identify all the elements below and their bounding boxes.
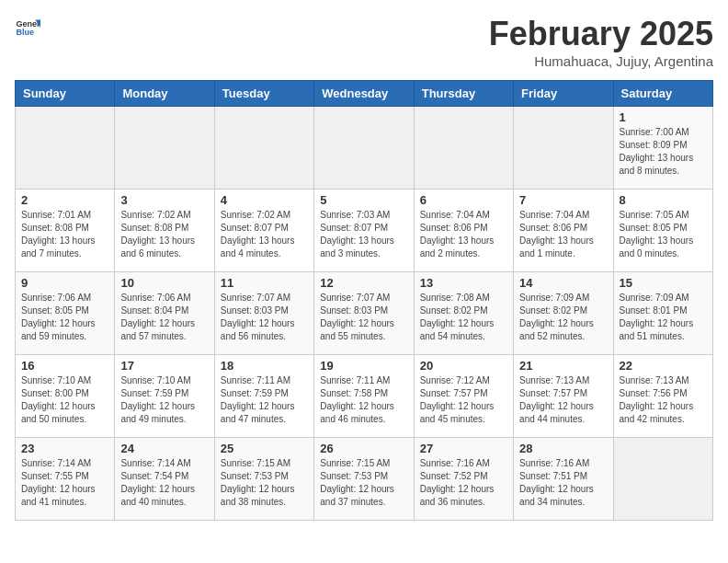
day-number: 5	[320, 193, 407, 207]
day-number: 17	[120, 359, 208, 373]
calendar-cell: 23Sunrise: 7:14 AMSunset: 7:55 PMDayligh…	[16, 438, 115, 521]
day-number: 9	[21, 276, 108, 290]
calendar-cell: 9Sunrise: 7:06 AMSunset: 8:05 PMDaylight…	[16, 272, 115, 355]
calendar-cell: 16Sunrise: 7:10 AMSunset: 8:00 PMDayligh…	[16, 355, 115, 438]
calendar-cell: 8Sunrise: 7:05 AMSunset: 8:05 PMDaylight…	[613, 190, 712, 272]
calendar-subtitle: Humahuaca, Jujuy, Argentina	[489, 53, 713, 69]
day-info: Sunrise: 7:09 AMSunset: 8:02 PMDaylight:…	[519, 292, 607, 343]
day-number: 14	[519, 276, 607, 290]
day-info: Sunrise: 7:06 AMSunset: 8:05 PMDaylight:…	[21, 292, 108, 343]
calendar-cell: 12Sunrise: 7:07 AMSunset: 8:03 PMDayligh…	[314, 272, 414, 355]
day-info: Sunrise: 7:04 AMSunset: 8:06 PMDaylight:…	[420, 209, 507, 260]
day-number: 4	[221, 193, 308, 207]
calendar-cell: 11Sunrise: 7:07 AMSunset: 8:03 PMDayligh…	[214, 272, 313, 355]
calendar-body: 1Sunrise: 7:00 AMSunset: 8:09 PMDaylight…	[16, 107, 713, 521]
calendar-cell: 7Sunrise: 7:04 AMSunset: 8:06 PMDaylight…	[514, 190, 613, 272]
day-number: 6	[420, 193, 507, 207]
day-number: 21	[519, 359, 607, 373]
calendar-cell: 4Sunrise: 7:02 AMSunset: 8:07 PMDaylight…	[214, 190, 313, 272]
calendar-cell: 2Sunrise: 7:01 AMSunset: 8:08 PMDaylight…	[16, 190, 115, 272]
logo-icon: General Blue	[15, 15, 40, 40]
calendar-cell: 25Sunrise: 7:15 AMSunset: 7:53 PMDayligh…	[214, 438, 313, 521]
calendar-cell: 1Sunrise: 7:00 AMSunset: 8:09 PMDaylight…	[613, 107, 712, 190]
calendar-table: SundayMondayTuesdayWednesdayThursdayFrid…	[15, 80, 713, 521]
day-info: Sunrise: 7:09 AMSunset: 8:01 PMDaylight:…	[620, 292, 707, 343]
day-info: Sunrise: 7:00 AMSunset: 8:09 PMDaylight:…	[620, 126, 707, 178]
day-number: 20	[420, 359, 507, 373]
day-number: 11	[221, 276, 308, 290]
day-number: 24	[120, 442, 208, 455]
week-row-2: 9Sunrise: 7:06 AMSunset: 8:05 PMDaylight…	[16, 272, 713, 355]
weekday-header-monday: Monday	[115, 81, 214, 107]
weekday-row: SundayMondayTuesdayWednesdayThursdayFrid…	[16, 81, 713, 107]
week-row-1: 2Sunrise: 7:01 AMSunset: 8:08 PMDaylight…	[16, 190, 713, 272]
calendar-cell: 3Sunrise: 7:02 AMSunset: 8:08 PMDaylight…	[115, 190, 214, 272]
calendar-cell: 27Sunrise: 7:16 AMSunset: 7:52 PMDayligh…	[414, 438, 513, 521]
day-number: 16	[21, 359, 108, 373]
week-row-3: 16Sunrise: 7:10 AMSunset: 8:00 PMDayligh…	[16, 355, 713, 438]
title-area: February 2025 Humahuaca, Jujuy, Argentin…	[489, 15, 713, 69]
day-number: 22	[620, 359, 707, 373]
calendar-cell: 22Sunrise: 7:13 AMSunset: 7:56 PMDayligh…	[613, 355, 712, 438]
calendar-cell	[115, 107, 214, 190]
calendar-cell	[314, 107, 414, 190]
day-number: 7	[519, 193, 607, 207]
day-info: Sunrise: 7:11 AMSunset: 7:59 PMDaylight:…	[221, 374, 308, 426]
day-number: 23	[21, 442, 108, 455]
day-info: Sunrise: 7:04 AMSunset: 8:06 PMDaylight:…	[519, 209, 607, 260]
logo: General Blue	[15, 15, 40, 40]
day-info: Sunrise: 7:10 AMSunset: 8:00 PMDaylight:…	[21, 374, 108, 426]
day-info: Sunrise: 7:16 AMSunset: 7:51 PMDaylight:…	[519, 457, 607, 509]
day-number: 15	[620, 276, 707, 290]
calendar-cell: 13Sunrise: 7:08 AMSunset: 8:02 PMDayligh…	[414, 272, 513, 355]
day-number: 2	[21, 193, 108, 207]
day-number: 12	[320, 276, 407, 290]
calendar-cell	[214, 107, 313, 190]
header: General Blue February 2025 Humahuaca, Ju…	[15, 15, 713, 69]
day-number: 10	[120, 276, 208, 290]
calendar-cell: 14Sunrise: 7:09 AMSunset: 8:02 PMDayligh…	[514, 272, 613, 355]
day-info: Sunrise: 7:02 AMSunset: 8:07 PMDaylight:…	[221, 209, 308, 260]
calendar-cell: 15Sunrise: 7:09 AMSunset: 8:01 PMDayligh…	[613, 272, 712, 355]
calendar-cell: 24Sunrise: 7:14 AMSunset: 7:54 PMDayligh…	[115, 438, 214, 521]
calendar-cell	[414, 107, 513, 190]
day-number: 3	[120, 193, 208, 207]
calendar-cell: 19Sunrise: 7:11 AMSunset: 7:58 PMDayligh…	[314, 355, 414, 438]
day-info: Sunrise: 7:05 AMSunset: 8:05 PMDaylight:…	[620, 209, 707, 260]
day-number: 19	[320, 359, 407, 373]
calendar-cell: 21Sunrise: 7:13 AMSunset: 7:57 PMDayligh…	[514, 355, 613, 438]
calendar-cell: 18Sunrise: 7:11 AMSunset: 7:59 PMDayligh…	[214, 355, 313, 438]
calendar-cell	[613, 438, 712, 521]
week-row-4: 23Sunrise: 7:14 AMSunset: 7:55 PMDayligh…	[16, 438, 713, 521]
day-number: 1	[620, 110, 707, 124]
calendar-cell: 5Sunrise: 7:03 AMSunset: 8:07 PMDaylight…	[314, 190, 414, 272]
day-info: Sunrise: 7:14 AMSunset: 7:54 PMDaylight:…	[120, 457, 208, 509]
day-info: Sunrise: 7:07 AMSunset: 8:03 PMDaylight:…	[221, 292, 308, 343]
calendar-cell	[514, 107, 613, 190]
day-info: Sunrise: 7:15 AMSunset: 7:53 PMDaylight:…	[320, 457, 407, 509]
calendar-header: SundayMondayTuesdayWednesdayThursdayFrid…	[16, 81, 713, 107]
day-number: 18	[221, 359, 308, 373]
day-info: Sunrise: 7:03 AMSunset: 8:07 PMDaylight:…	[320, 209, 407, 260]
calendar-cell: 20Sunrise: 7:12 AMSunset: 7:57 PMDayligh…	[414, 355, 513, 438]
day-info: Sunrise: 7:07 AMSunset: 8:03 PMDaylight:…	[320, 292, 407, 343]
day-info: Sunrise: 7:15 AMSunset: 7:53 PMDaylight:…	[221, 457, 308, 509]
day-number: 8	[620, 193, 707, 207]
day-info: Sunrise: 7:10 AMSunset: 7:59 PMDaylight:…	[120, 374, 208, 426]
day-number: 13	[420, 276, 507, 290]
day-info: Sunrise: 7:02 AMSunset: 8:08 PMDaylight:…	[120, 209, 208, 260]
weekday-header-wednesday: Wednesday	[314, 81, 414, 107]
calendar-title: February 2025	[489, 15, 713, 53]
day-number: 26	[320, 442, 407, 455]
calendar-cell: 26Sunrise: 7:15 AMSunset: 7:53 PMDayligh…	[314, 438, 414, 521]
weekday-header-friday: Friday	[514, 81, 613, 107]
day-info: Sunrise: 7:16 AMSunset: 7:52 PMDaylight:…	[420, 457, 507, 509]
day-info: Sunrise: 7:06 AMSunset: 8:04 PMDaylight:…	[120, 292, 208, 343]
calendar-cell	[16, 107, 115, 190]
day-info: Sunrise: 7:13 AMSunset: 7:56 PMDaylight:…	[620, 374, 707, 426]
svg-text:Blue: Blue	[16, 28, 34, 37]
day-info: Sunrise: 7:01 AMSunset: 8:08 PMDaylight:…	[21, 209, 108, 260]
day-number: 27	[420, 442, 507, 455]
day-info: Sunrise: 7:12 AMSunset: 7:57 PMDaylight:…	[420, 374, 507, 426]
calendar-cell: 6Sunrise: 7:04 AMSunset: 8:06 PMDaylight…	[414, 190, 513, 272]
